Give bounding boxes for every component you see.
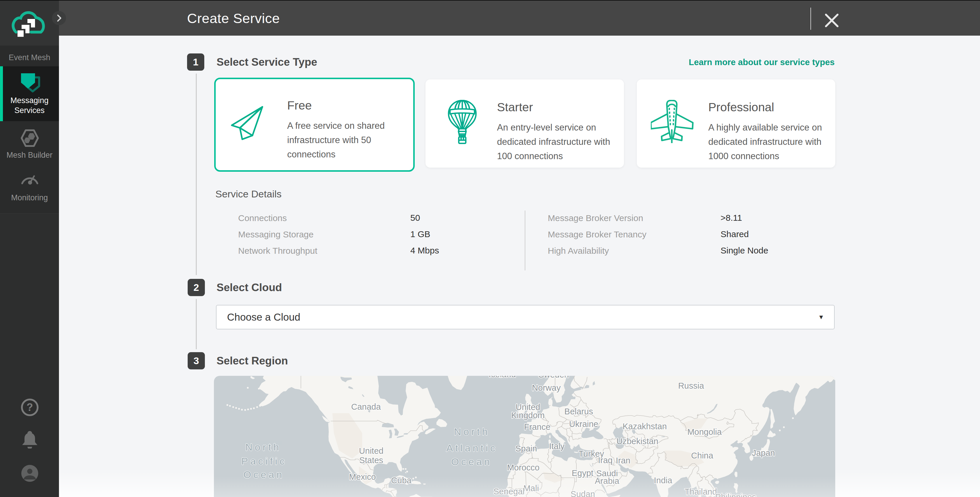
svg-text:States: States (359, 456, 383, 465)
svg-text:Mongolia: Mongolia (687, 427, 722, 436)
svg-text:Sweden: Sweden (538, 376, 569, 379)
svg-text:Atlantic: Atlantic (446, 443, 498, 454)
svg-text:Ukraine: Ukraine (569, 419, 598, 429)
svg-text:Ocean: Ocean (451, 456, 492, 467)
svg-text:Italy: Italy (549, 441, 565, 451)
svg-text:Norway: Norway (532, 383, 561, 392)
svg-text:Uzbekistan: Uzbekistan (616, 436, 658, 446)
svg-text:Morocco: Morocco (507, 463, 539, 472)
svg-text:Canada: Canada (351, 402, 381, 411)
svg-text:North: North (245, 441, 281, 452)
svg-text:United: United (359, 446, 383, 456)
svg-text:Japan: Japan (752, 448, 775, 457)
svg-text:Iceland: Iceland (488, 376, 516, 379)
svg-text:Iran: Iran (616, 456, 630, 465)
svg-text:Kazakhstan: Kazakhstan (622, 422, 667, 431)
svg-text:Iraq: Iraq (598, 456, 612, 465)
svg-text:France: France (524, 422, 550, 432)
svg-text:Belarus: Belarus (565, 407, 593, 416)
svg-text:Kingdom: Kingdom (511, 411, 544, 420)
svg-text:Pacific: Pacific (241, 456, 287, 467)
svg-text:Russia: Russia (678, 381, 705, 390)
svg-text:Spain: Spain (515, 444, 537, 453)
svg-text:North: North (454, 426, 490, 437)
svg-text:Egypt: Egypt (572, 468, 593, 478)
svg-text:?: ? (27, 401, 33, 413)
svg-text:China: China (691, 451, 714, 460)
